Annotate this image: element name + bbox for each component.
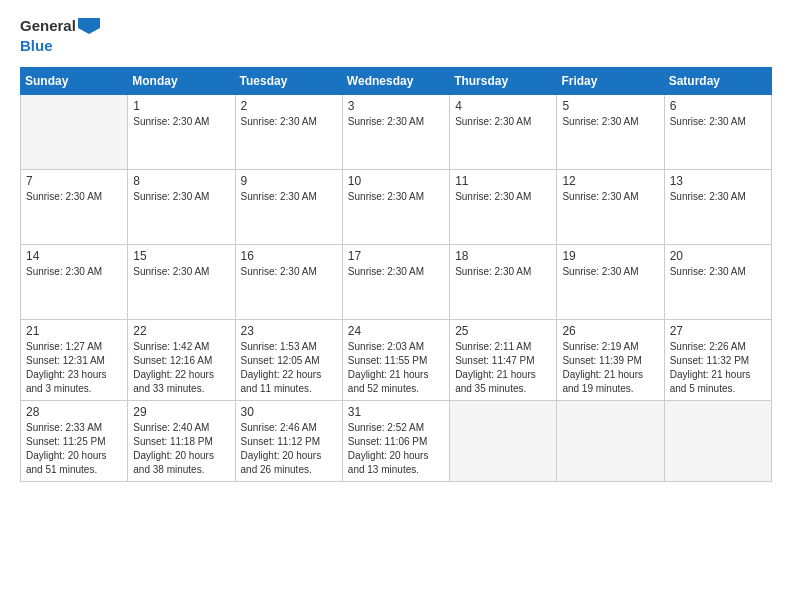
day-detail: Sunrise: 2:30 AM — [455, 265, 551, 279]
day-detail: Sunrise: 2:46 AM Sunset: 11:12 PM Daylig… — [241, 421, 337, 477]
day-detail: Sunrise: 2:52 AM Sunset: 11:06 PM Daylig… — [348, 421, 444, 477]
day-number: 17 — [348, 249, 444, 263]
day-number: 11 — [455, 174, 551, 188]
calendar-week-row: 7Sunrise: 2:30 AM8Sunrise: 2:30 AM9Sunri… — [21, 170, 772, 245]
calendar-cell — [557, 401, 664, 482]
calendar-cell: 5Sunrise: 2:30 AM — [557, 95, 664, 170]
calendar-day-header: Sunday — [21, 68, 128, 95]
day-number: 15 — [133, 249, 229, 263]
calendar-cell: 3Sunrise: 2:30 AM — [342, 95, 449, 170]
day-detail: Sunrise: 2:30 AM — [348, 115, 444, 129]
day-number: 7 — [26, 174, 122, 188]
day-detail: Sunrise: 2:30 AM — [670, 115, 766, 129]
day-detail: Sunrise: 2:19 AM Sunset: 11:39 PM Daylig… — [562, 340, 658, 396]
calendar-cell: 16Sunrise: 2:30 AM — [235, 245, 342, 320]
calendar-day-header: Friday — [557, 68, 664, 95]
day-number: 26 — [562, 324, 658, 338]
calendar-cell: 27Sunrise: 2:26 AM Sunset: 11:32 PM Dayl… — [664, 320, 771, 401]
day-detail: Sunrise: 2:30 AM — [348, 265, 444, 279]
calendar-cell: 9Sunrise: 2:30 AM — [235, 170, 342, 245]
calendar-cell: 17Sunrise: 2:30 AM — [342, 245, 449, 320]
calendar-cell: 20Sunrise: 2:30 AM — [664, 245, 771, 320]
calendar-table: SundayMondayTuesdayWednesdayThursdayFrid… — [20, 67, 772, 482]
calendar-day-header: Saturday — [664, 68, 771, 95]
day-detail: Sunrise: 2:30 AM — [562, 265, 658, 279]
calendar-cell: 10Sunrise: 2:30 AM — [342, 170, 449, 245]
day-number: 2 — [241, 99, 337, 113]
calendar-cell: 14Sunrise: 2:30 AM — [21, 245, 128, 320]
logo: General Blue — [20, 16, 100, 55]
day-detail: Sunrise: 2:30 AM — [133, 190, 229, 204]
calendar-cell: 2Sunrise: 2:30 AM — [235, 95, 342, 170]
day-detail: Sunrise: 2:03 AM Sunset: 11:55 PM Daylig… — [348, 340, 444, 396]
day-detail: Sunrise: 2:30 AM — [133, 115, 229, 129]
day-number: 1 — [133, 99, 229, 113]
day-number: 5 — [562, 99, 658, 113]
calendar-header-row: SundayMondayTuesdayWednesdayThursdayFrid… — [21, 68, 772, 95]
calendar-week-row: 14Sunrise: 2:30 AM15Sunrise: 2:30 AM16Su… — [21, 245, 772, 320]
day-number: 16 — [241, 249, 337, 263]
day-detail: Sunrise: 1:53 AM Sunset: 12:05 AM Daylig… — [241, 340, 337, 396]
day-detail: Sunrise: 2:11 AM Sunset: 11:47 PM Daylig… — [455, 340, 551, 396]
day-detail: Sunrise: 2:30 AM — [670, 190, 766, 204]
calendar-cell: 23Sunrise: 1:53 AM Sunset: 12:05 AM Dayl… — [235, 320, 342, 401]
day-number: 28 — [26, 405, 122, 419]
day-number: 10 — [348, 174, 444, 188]
day-detail: Sunrise: 2:30 AM — [348, 190, 444, 204]
day-number: 20 — [670, 249, 766, 263]
calendar-day-header: Monday — [128, 68, 235, 95]
calendar-cell: 25Sunrise: 2:11 AM Sunset: 11:47 PM Dayl… — [450, 320, 557, 401]
calendar-cell: 30Sunrise: 2:46 AM Sunset: 11:12 PM Dayl… — [235, 401, 342, 482]
logo-general-text: General — [20, 16, 76, 36]
calendar-cell: 21Sunrise: 1:27 AM Sunset: 12:31 AM Dayl… — [21, 320, 128, 401]
calendar-cell: 29Sunrise: 2:40 AM Sunset: 11:18 PM Dayl… — [128, 401, 235, 482]
calendar-cell: 13Sunrise: 2:30 AM — [664, 170, 771, 245]
calendar-cell: 12Sunrise: 2:30 AM — [557, 170, 664, 245]
day-detail: Sunrise: 2:33 AM Sunset: 11:25 PM Daylig… — [26, 421, 122, 477]
day-number: 24 — [348, 324, 444, 338]
day-number: 14 — [26, 249, 122, 263]
day-detail: Sunrise: 1:27 AM Sunset: 12:31 AM Daylig… — [26, 340, 122, 396]
day-detail: Sunrise: 2:30 AM — [241, 115, 337, 129]
svg-marker-0 — [78, 18, 100, 34]
logo-arrow-icon — [78, 18, 100, 34]
day-detail: Sunrise: 2:30 AM — [26, 265, 122, 279]
day-detail: Sunrise: 2:30 AM — [26, 190, 122, 204]
calendar-cell: 18Sunrise: 2:30 AM — [450, 245, 557, 320]
day-detail: Sunrise: 2:26 AM Sunset: 11:32 PM Daylig… — [670, 340, 766, 396]
day-number: 6 — [670, 99, 766, 113]
calendar-cell: 24Sunrise: 2:03 AM Sunset: 11:55 PM Dayl… — [342, 320, 449, 401]
calendar-week-row: 1Sunrise: 2:30 AM2Sunrise: 2:30 AM3Sunri… — [21, 95, 772, 170]
calendar-week-row: 21Sunrise: 1:27 AM Sunset: 12:31 AM Dayl… — [21, 320, 772, 401]
calendar-cell: 1Sunrise: 2:30 AM — [128, 95, 235, 170]
day-detail: Sunrise: 2:30 AM — [241, 190, 337, 204]
day-number: 29 — [133, 405, 229, 419]
day-number: 22 — [133, 324, 229, 338]
calendar-cell: 22Sunrise: 1:42 AM Sunset: 12:16 AM Dayl… — [128, 320, 235, 401]
day-number: 31 — [348, 405, 444, 419]
calendar-cell — [21, 95, 128, 170]
calendar-day-header: Thursday — [450, 68, 557, 95]
day-detail: Sunrise: 2:30 AM — [133, 265, 229, 279]
calendar-day-header: Tuesday — [235, 68, 342, 95]
day-detail: Sunrise: 2:30 AM — [455, 115, 551, 129]
header: General Blue — [20, 16, 772, 55]
calendar-cell: 11Sunrise: 2:30 AM — [450, 170, 557, 245]
calendar-cell: 7Sunrise: 2:30 AM — [21, 170, 128, 245]
day-number: 18 — [455, 249, 551, 263]
day-detail: Sunrise: 1:42 AM Sunset: 12:16 AM Daylig… — [133, 340, 229, 396]
calendar-week-row: 28Sunrise: 2:33 AM Sunset: 11:25 PM Dayl… — [21, 401, 772, 482]
day-number: 23 — [241, 324, 337, 338]
day-number: 30 — [241, 405, 337, 419]
day-detail: Sunrise: 2:30 AM — [670, 265, 766, 279]
day-number: 19 — [562, 249, 658, 263]
calendar-cell: 26Sunrise: 2:19 AM Sunset: 11:39 PM Dayl… — [557, 320, 664, 401]
calendar-cell — [664, 401, 771, 482]
calendar-cell: 19Sunrise: 2:30 AM — [557, 245, 664, 320]
day-number: 12 — [562, 174, 658, 188]
day-number: 21 — [26, 324, 122, 338]
day-number: 13 — [670, 174, 766, 188]
day-number: 27 — [670, 324, 766, 338]
calendar-cell — [450, 401, 557, 482]
day-number: 8 — [133, 174, 229, 188]
